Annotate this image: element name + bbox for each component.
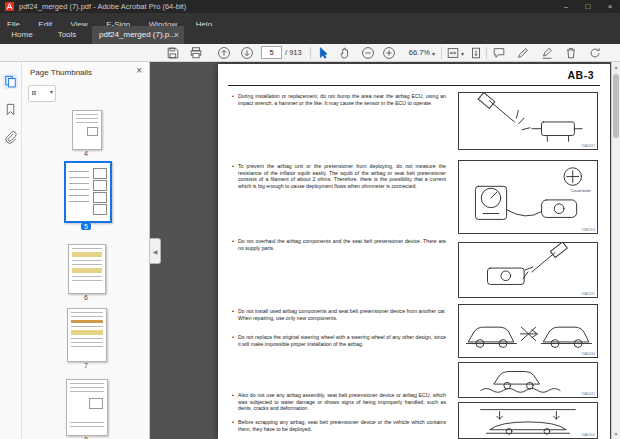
vertical-scrollbar[interactable]: ▲ ▼: [611, 62, 620, 439]
thumbnail-label[interactable]: 7: [22, 362, 150, 369]
select-tool-icon[interactable]: [316, 46, 330, 60]
bullet-item: •To prevent the airbag unit or the prete…: [232, 163, 446, 190]
close-button[interactable]: ×: [600, 0, 620, 13]
thumbnail-page-7[interactable]: [67, 308, 107, 362]
zoom-in-icon[interactable]: [382, 46, 396, 60]
page-number-input[interactable]: [261, 46, 282, 59]
page-header: AB-3: [567, 69, 594, 81]
thumbnail-content: [76, 114, 98, 115]
bookmarks-panel-icon[interactable]: [3, 102, 18, 117]
minimize-button[interactable]: –: [556, 0, 576, 13]
bullet-item: •Do not replace the original steering wh…: [232, 334, 446, 347]
left-nav-strip: [0, 62, 22, 439]
page-thumbnails-panel-icon[interactable]: [3, 74, 18, 89]
figure-code: 11A0597: [581, 144, 595, 148]
trash-icon[interactable]: [564, 46, 578, 60]
figure-no-overhaul: 11A0121: [458, 242, 598, 298]
tab-document-label: pdf24_merged (7).p...: [99, 30, 176, 39]
tab-document[interactable]: pdf24_merged (7).p... ×: [92, 26, 184, 44]
maximize-button[interactable]: □: [578, 0, 598, 13]
thumbnail-label[interactable]: 4: [22, 150, 150, 157]
document-canvas: AB-3 •During installation or replacement…: [150, 62, 620, 439]
hand-tool-icon[interactable]: [338, 46, 352, 60]
next-page-icon[interactable]: [240, 46, 254, 60]
thumbnail-page-4[interactable]: [72, 110, 102, 150]
menu-bar: File Edit View E-Sign Window Help: [0, 13, 620, 26]
page-thumbnails-panel: Page Thumbnails × ▾ 4 5 6 7: [22, 62, 150, 439]
title-bar: pdf24_merged (7).pdf - Adobe Acrobat Pro…: [0, 0, 620, 13]
attachments-panel-icon[interactable]: [3, 130, 18, 145]
panel-close-icon[interactable]: ×: [136, 65, 142, 76]
tab-close-icon[interactable]: ×: [174, 26, 179, 44]
bullet-item: •During installation or replacement, do …: [232, 93, 446, 106]
toolbar-divider: [441, 47, 442, 59]
comment-icon[interactable]: [492, 46, 506, 60]
figure-code: 11A0150: [581, 433, 595, 437]
sign-pen-icon[interactable]: [516, 46, 530, 60]
figure-code: 11A0141: [581, 392, 595, 396]
scroll-up-icon[interactable]: ▲: [612, 62, 620, 72]
page-total-label: / 913: [285, 48, 302, 57]
figure-code: 11A0121: [581, 292, 595, 296]
figure-code: 11A0134: [581, 352, 595, 356]
panel-title: Page Thumbnails: [30, 68, 92, 77]
highlighter-icon[interactable]: [540, 46, 554, 60]
previous-page-icon[interactable]: [217, 46, 231, 60]
zoom-caret-icon[interactable]: ▾: [432, 50, 435, 57]
figure-impact-ecu: 11A0597: [458, 92, 598, 150]
thumbnail-options-button[interactable]: ▾: [28, 85, 56, 102]
rotate-icon[interactable]: [588, 46, 602, 60]
tab-bar: Home Tools pdf24_merged (7).p... ×: [0, 26, 620, 44]
scroll-down-icon[interactable]: ▼: [612, 429, 620, 439]
figure-scrapping: 11A0150: [458, 402, 598, 439]
options-caret-icon: ▾: [50, 88, 53, 95]
print-icon[interactable]: [189, 46, 203, 60]
bullet-item: •Also do not use any airbag assembly, se…: [232, 392, 446, 412]
acrobat-app-icon: [5, 2, 14, 11]
bullet-item: •Do not install used airbag components a…: [232, 308, 446, 321]
thumbnail-page-5[interactable]: [64, 161, 112, 223]
figure-label: Circuit tester: [571, 189, 591, 193]
main-toolbar: / 913 66.7% ▾ ▾: [0, 44, 620, 62]
figure-water-damage: 11A0141: [458, 362, 598, 398]
toolbar-divider: [310, 47, 311, 59]
thumbnail-page-6[interactable]: [68, 244, 106, 294]
page-scrolling-icon[interactable]: [469, 46, 483, 60]
zoom-out-icon[interactable]: [361, 46, 375, 60]
panel-collapse-handle[interactable]: ◀: [150, 238, 161, 264]
fit-caret-icon[interactable]: ▾: [461, 50, 464, 57]
tab-home[interactable]: Home: [0, 26, 44, 44]
fit-width-icon[interactable]: [446, 46, 460, 60]
acrobat-window: pdf24_merged (7).pdf - Adobe Acrobat Pro…: [0, 0, 620, 439]
toolbar-divider: [486, 47, 487, 59]
figure-code: 11B0113: [582, 228, 596, 232]
tab-tools[interactable]: Tools: [44, 26, 90, 44]
thumbnail-page-8[interactable]: [66, 379, 108, 436]
header-rule: [228, 85, 600, 86]
thumbnail-label[interactable]: 6: [22, 294, 150, 301]
pdf-page: AB-3 •During installation or replacement…: [218, 64, 610, 439]
thumbnail-label-selected[interactable]: 5: [22, 223, 150, 230]
bullet-item: •Before scrapping any airbag, seat belt …: [232, 419, 446, 432]
bullet-item: •Do not overhaul the airbag components a…: [232, 238, 446, 251]
scrollbar-thumb[interactable]: [613, 74, 619, 138]
window-title: pdf24_merged (7).pdf - Adobe Acrobat Pro…: [19, 2, 186, 11]
zoom-level-label[interactable]: 66.7%: [400, 48, 430, 57]
save-icon[interactable]: [166, 46, 180, 60]
figure-no-used-parts: 11A0134: [458, 304, 598, 358]
figure-circuit-tester: Circuit tester 11B0113: [458, 160, 598, 234]
